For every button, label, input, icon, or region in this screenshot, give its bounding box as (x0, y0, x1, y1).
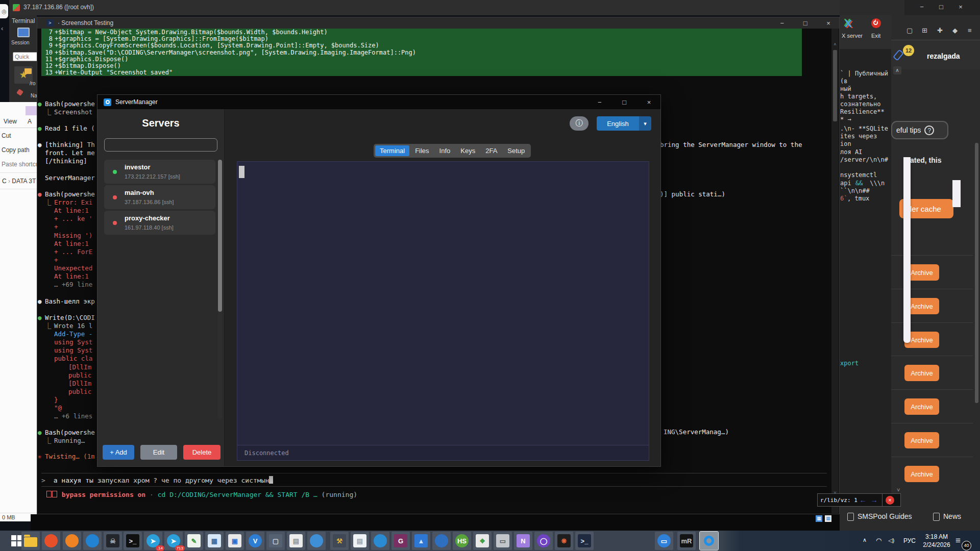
app-gray-icon[interactable]: ▢ (266, 532, 285, 550)
close-icon[interactable]: × (818, 19, 839, 27)
delete-server-button[interactable]: Delete (183, 445, 220, 460)
scrollbar-thumb[interactable] (218, 160, 222, 312)
octopus-icon[interactable] (432, 532, 451, 550)
mobaxterm-icon[interactable]: ❖ (473, 532, 492, 550)
terminal-panel[interactable]: Disconnected (237, 161, 649, 461)
calculator-icon[interactable]: ▦ (205, 532, 224, 550)
prompt-input-text[interactable]: а нахуя ты запускал хром ? че по другому… (54, 477, 270, 484)
tools-icon[interactable]: ⚒ (330, 532, 349, 550)
maximize-icon[interactable]: □ (613, 95, 636, 109)
proxy-tool-icon[interactable]: ☠ (104, 532, 122, 550)
tab-view[interactable]: View (4, 118, 17, 125)
powershell-icon[interactable]: >_ (575, 532, 594, 550)
blue-ball-icon[interactable] (371, 532, 389, 550)
bookmark-link[interactable]: News (943, 512, 961, 520)
telegram2-icon[interactable]: ➤713 (164, 532, 183, 550)
menu-copy-path[interactable]: Copy path (0, 143, 37, 157)
speaker-icon[interactable]: ◁) (888, 537, 894, 544)
grid-icon[interactable]: ▦ (825, 515, 831, 522)
terminal-text: 6` (840, 195, 847, 202)
thunderbird-icon[interactable] (83, 532, 102, 550)
session-icon[interactable] (17, 28, 30, 37)
notifications-icon[interactable]: ≡ (955, 536, 961, 546)
tray-clock[interactable]: 3:18 AM 2/24/2026 (922, 533, 951, 549)
collapse-icon[interactable]: ‹ (1, 24, 3, 32)
tab-files[interactable]: Files (410, 145, 433, 156)
info-button[interactable]: ⓘ (570, 116, 589, 131)
chevron-down-icon[interactable]: ▾ (639, 116, 651, 131)
cli-prompt[interactable]: > а нахуя ты запускал хром ? че по друго… (41, 476, 273, 484)
notion-icon[interactable]: N (514, 532, 532, 550)
scrollbar[interactable] (218, 160, 222, 420)
figma-icon[interactable]: ❋ (555, 532, 573, 550)
chevron-down-icon[interactable]: ˅ (897, 487, 900, 493)
tab-info[interactable]: Info (435, 145, 455, 156)
language-dropdown[interactable]: English ▾ (597, 116, 651, 131)
mremoteng-icon[interactable]: mR (677, 532, 696, 550)
close-icon[interactable]: × (638, 95, 660, 109)
breadcrumb-folder[interactable]: DATA 3T (12, 178, 36, 185)
grid-icon[interactable]: ▦ (816, 515, 822, 522)
v-app-icon[interactable]: V (246, 532, 264, 550)
firefox-icon[interactable] (63, 532, 81, 550)
pin-icon[interactable]: ◎ (0, 4, 8, 18)
archive-button[interactable]: Archive (904, 398, 939, 415)
blue-app-icon[interactable] (307, 532, 326, 550)
edit-server-button[interactable]: Edit (140, 445, 177, 460)
menu-paste-shortcut[interactable]: Paste shortcut (0, 157, 37, 171)
tab-app[interactable]: A (28, 118, 32, 125)
maximize-icon[interactable]: □ (795, 19, 816, 27)
minimize-icon[interactable]: − (588, 95, 611, 109)
tab-2fa[interactable]: 2FA (481, 145, 502, 156)
g-doc-icon[interactable]: G (391, 532, 410, 550)
keyboard-language[interactable]: РУС (903, 537, 916, 544)
arrow-right-icon[interactable]: → (871, 496, 878, 504)
scrollbar-thumb[interactable] (833, 50, 837, 121)
file-explorer-icon[interactable] (21, 532, 40, 550)
github-icon[interactable]: ◯ (534, 532, 553, 550)
menu-terminal[interactable]: Terminal (12, 17, 35, 24)
start-button[interactable] (11, 535, 22, 546)
wifi-icon[interactable]: ◠ (876, 537, 881, 544)
close-icon[interactable]: × (886, 496, 894, 505)
scrollbar[interactable]: ˄ ˅ (831, 29, 839, 513)
servermanager-icon[interactable] (700, 532, 718, 550)
photos-icon[interactable]: ▲ (412, 532, 430, 550)
scroll-up-icon[interactable]: ˄ (831, 42, 839, 47)
server-list-item[interactable]: investor173.212.212.157 [ssh] (104, 160, 215, 184)
folder-icon[interactable] (24, 68, 32, 74)
heidisql-icon[interactable]: HS (453, 532, 471, 550)
language-label[interactable]: English (597, 116, 639, 131)
notepadpp-icon[interactable]: ✎ (185, 532, 203, 550)
menu-cut[interactable]: Cut (0, 129, 37, 143)
tab-keys[interactable]: Keys (456, 145, 480, 156)
archive-button[interactable]: Archive (904, 466, 939, 482)
archive-button[interactable]: Archive (904, 365, 939, 381)
dropdown-strip[interactable] (903, 157, 911, 343)
fav-ro-label[interactable]: /ro (30, 81, 36, 86)
add-server-button[interactable]: + Add (103, 445, 134, 460)
pc-icon[interactable]: ▭ (494, 532, 512, 550)
quick-search-input[interactable] (13, 52, 39, 61)
server-list-item[interactable]: main-ovh37.187.136.86 [ssh] (104, 185, 215, 209)
notepad-icon[interactable]: ▤ (351, 532, 369, 550)
tab-setup[interactable]: Setup (503, 145, 529, 156)
breadcrumb-drive[interactable]: C (2, 178, 7, 185)
scrollbar[interactable] (975, 143, 978, 403)
fav-na-label[interactable]: Na (31, 93, 37, 98)
archive-button[interactable]: Archive (904, 432, 939, 448)
telegram-icon[interactable]: ➤.14 (144, 532, 162, 550)
brave-icon[interactable] (42, 532, 60, 550)
breadcrumb[interactable]: C › DATA 3T (2, 178, 36, 185)
bookmark-link[interactable]: SMSPool Guides (857, 512, 912, 520)
server-list-item[interactable]: proxy-checker161.97.118.40 [ssh] (104, 211, 215, 235)
tab-terminal[interactable]: Terminal (375, 145, 409, 156)
minimize-icon[interactable]: − (771, 19, 793, 27)
cmd-icon[interactable]: >_ (124, 532, 142, 550)
notes-icon[interactable]: ▤ (287, 532, 305, 550)
tray-chevron-up-icon[interactable]: ∧ (863, 537, 867, 543)
remote-desktop-icon[interactable]: ▭ (655, 532, 673, 550)
arrow-left-icon[interactable]: ← (860, 496, 867, 504)
server-search-input[interactable] (104, 138, 217, 152)
app-window-icon[interactable]: ▣ (226, 532, 244, 550)
